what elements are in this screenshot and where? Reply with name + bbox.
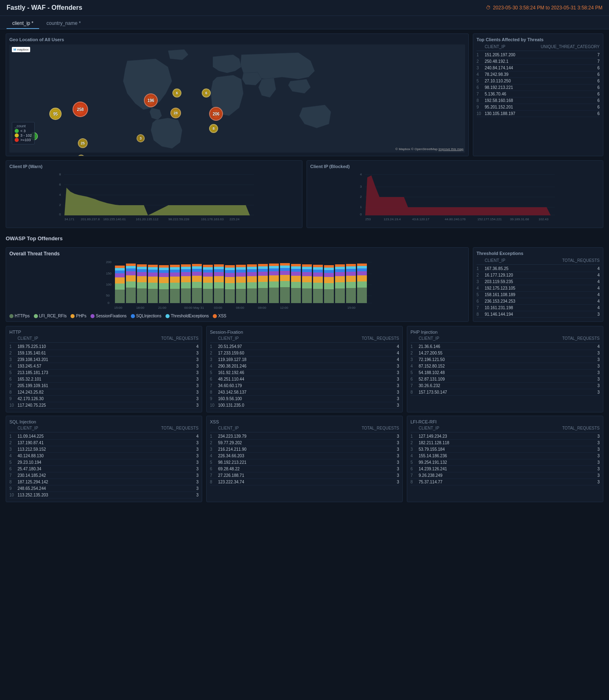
trend-chart: 200 150 100 50 0 /* bars rendered below …	[9, 259, 465, 312]
table-row: 2 16.177.129.120 4	[477, 272, 600, 279]
svg-rect-152	[280, 275, 290, 281]
svg-rect-124	[236, 277, 246, 283]
svg-rect-122	[236, 289, 246, 303]
svg-rect-195	[346, 272, 356, 276]
svg-rect-95	[192, 282, 202, 288]
svg-rect-92	[181, 267, 191, 269]
cluster-6a[interactable]: 6	[172, 89, 181, 97]
table-row: 3 72.196.121.50 3	[410, 357, 600, 363]
svg-rect-73	[159, 289, 169, 303]
legend-https: HTTPps	[9, 314, 30, 318]
table-row: 4 193.245.4.57 3	[9, 363, 199, 370]
table-row: 1 20.51.254.97 4	[210, 343, 399, 350]
svg-rect-87	[181, 288, 191, 303]
svg-rect-174	[313, 272, 323, 277]
tab-client-ip[interactable]: client_ip *	[7, 18, 39, 29]
svg-rect-133	[247, 269, 257, 272]
svg-text:200: 200	[106, 260, 112, 264]
svg-rect-151	[280, 281, 290, 287]
svg-rect-160	[291, 272, 301, 276]
table-row: 4 78.242.98.39 6	[477, 71, 600, 78]
table-row: 7 9.26.238.249 3	[410, 472, 600, 479]
svg-rect-171	[313, 289, 323, 303]
table-row: 6 25.47.180.34 3	[9, 466, 199, 472]
svg-rect-78	[159, 268, 169, 270]
cluster-3[interactable]: 3	[137, 134, 145, 142]
sql-title: SQL Injection	[9, 419, 199, 424]
xss-header: client_ip total_requests	[210, 426, 399, 432]
threshold-title: Threshold Exceptions	[477, 251, 600, 256]
svg-rect-111	[214, 272, 224, 276]
svg-rect-90	[181, 272, 191, 276]
cluster-8[interactable]: 8	[209, 124, 218, 133]
svg-rect-142	[258, 264, 268, 266]
cluster-28[interactable]: 28	[170, 108, 181, 118]
svg-rect-101	[203, 289, 213, 303]
svg-rect-187	[335, 276, 345, 282]
svg-rect-75	[159, 277, 169, 283]
threshold-header: client_ip total_requests	[477, 258, 600, 265]
svg-rect-159	[291, 276, 301, 282]
svg-rect-127	[236, 267, 246, 270]
xss-panel: XSS client_ip total_requests 1 234.223.1…	[206, 416, 403, 502]
svg-rect-117	[225, 277, 235, 283]
svg-rect-162	[291, 266, 301, 269]
lfi-header: client_ip total_requests	[410, 426, 600, 432]
svg-rect-145	[269, 275, 279, 281]
table-row: 7 10.161.231.198 4	[477, 305, 600, 311]
svg-rect-98	[192, 269, 202, 272]
cluster-95[interactable]: 95	[49, 108, 62, 120]
svg-rect-170	[302, 264, 312, 267]
svg-rect-70	[148, 270, 158, 272]
svg-rect-109	[214, 282, 224, 288]
cluster-2[interactable]: 2	[77, 155, 85, 156]
trend-panel: Overall Threat Trends 200 150 100 50 0	[6, 247, 469, 322]
svg-rect-68	[148, 277, 158, 283]
svg-rect-56	[126, 268, 136, 271]
table-row: 2 17.233.159.60 4	[210, 350, 399, 357]
svg-rect-141	[258, 266, 268, 269]
table-row: 2 59.77.29.202 3	[210, 440, 399, 446]
svg-rect-164	[302, 288, 312, 303]
table-row: 3 119.169.127.18 4	[210, 357, 399, 363]
svg-text:21:00: 21:00	[158, 306, 167, 310]
table-row: 1 167.36.85.25 4	[477, 266, 600, 272]
svg-rect-175	[313, 270, 323, 272]
legend-xss: XSS	[213, 314, 226, 318]
svg-rect-59	[137, 288, 147, 303]
svg-rect-132	[247, 272, 257, 276]
table-row: 8 243.142.58.137 3	[210, 389, 399, 396]
table-row: 1 234.223.139.79 3	[210, 433, 399, 440]
blocked-chart-area: 4 3 2 1 0 253 123.24.19.4 43.8.120.17 44…	[310, 171, 600, 224]
svg-rect-54	[126, 275, 136, 281]
cluster-6b[interactable]: 6	[202, 89, 211, 97]
svg-rect-169	[302, 267, 312, 269]
svg-text:09:00: 09:00	[258, 306, 267, 310]
trend-title: Overall Threat Trends	[9, 251, 465, 257]
svg-text:163.155.140.61: 163.155.140.61	[103, 217, 126, 221]
cluster-196[interactable]: 196	[144, 93, 158, 107]
svg-rect-71	[148, 267, 158, 270]
svg-rect-52	[126, 288, 136, 303]
svg-rect-196	[346, 269, 356, 272]
tab-country-name[interactable]: country_name *	[41, 18, 86, 29]
table-row: 5 213.185.181.173 3	[9, 370, 199, 376]
svg-rect-134	[247, 267, 257, 269]
svg-rect-106	[203, 267, 213, 270]
svg-rect-63	[137, 269, 147, 272]
map-attribution: © Mapbox © OpenStreetMap Improve this ma…	[395, 147, 463, 151]
svg-rect-91	[181, 269, 191, 272]
table-row: 2 182.211.128.118 3	[410, 440, 600, 446]
svg-text:4: 4	[59, 193, 61, 197]
svg-rect-173	[313, 277, 323, 283]
cluster-206[interactable]: 206	[209, 107, 223, 121]
table-row: 6 236.153.234.253 4	[477, 298, 600, 305]
cluster-258[interactable]: 258	[73, 102, 88, 117]
svg-text:15:00: 15:00	[347, 306, 356, 310]
svg-text:201.89.237.8: 201.89.237.8	[81, 217, 100, 221]
cluster-25[interactable]: 25	[78, 138, 88, 148]
svg-text:1: 1	[360, 205, 362, 209]
svg-rect-156	[280, 263, 290, 266]
php-panel: PHP Injection client_ip total_requests 1…	[407, 326, 603, 412]
world-map[interactable]: 258 95 196 6 6 28 206 8 1 25 3	[9, 44, 465, 153]
